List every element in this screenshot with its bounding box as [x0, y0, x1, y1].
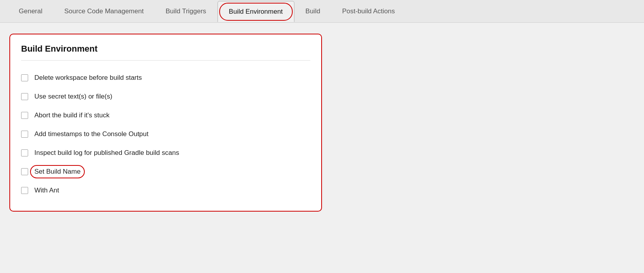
checkbox-label-with-ant: With Ant	[34, 187, 59, 194]
checkbox-set-build-name[interactable]	[21, 168, 28, 175]
checkbox-use-secret[interactable]	[21, 93, 28, 100]
tab-bar: GeneralSource Code ManagementBuild Trigg…	[0, 0, 644, 23]
checkbox-delete-workspace[interactable]	[21, 74, 28, 81]
checkbox-inspect-gradle[interactable]	[21, 149, 28, 156]
section-box: Build Environment Delete workspace befor…	[9, 34, 322, 212]
tab-build-triggers[interactable]: Build Triggers	[155, 1, 217, 22]
tab-build-environment[interactable]: Build Environment	[217, 1, 295, 22]
checkbox-label-add-timestamps: Add timestamps to the Console Output	[34, 130, 148, 138]
checkbox-item-use-secret: Use secret text(s) or file(s)	[21, 87, 310, 106]
tab-build[interactable]: Build	[295, 1, 331, 22]
checkbox-abort-stuck[interactable]	[21, 112, 28, 119]
tab-source-code-management[interactable]: Source Code Management	[53, 1, 154, 22]
checkbox-label-delete-workspace: Delete workspace before build starts	[34, 74, 142, 82]
section-title: Build Environment	[21, 44, 310, 61]
checkbox-list: Delete workspace before build startsUse …	[21, 68, 310, 200]
checkbox-item-delete-workspace: Delete workspace before build starts	[21, 68, 310, 87]
checkbox-item-set-build-name: Set Build Name	[21, 162, 310, 181]
checkbox-item-inspect-gradle: Inspect build log for published Gradle b…	[21, 144, 310, 162]
checkbox-item-abort-stuck: Abort the build if it's stuck	[21, 106, 310, 125]
checkbox-label-inspect-gradle: Inspect build log for published Gradle b…	[34, 149, 179, 157]
tab-general[interactable]: General	[8, 1, 53, 22]
tab-post-build-actions[interactable]: Post-build Actions	[331, 1, 406, 22]
checkbox-label-abort-stuck: Abort the build if it's stuck	[34, 111, 109, 119]
main-content: Build Environment Delete workspace befor…	[0, 23, 644, 223]
checkbox-add-timestamps[interactable]	[21, 131, 28, 138]
set-build-name-highlight: Set Build Name	[34, 168, 80, 176]
checkbox-with-ant[interactable]	[21, 187, 28, 194]
checkbox-label-use-secret: Use secret text(s) or file(s)	[34, 93, 112, 101]
checkbox-item-add-timestamps: Add timestamps to the Console Output	[21, 125, 310, 144]
set-build-name-label: Set Build Name	[34, 168, 80, 176]
checkbox-item-with-ant: With Ant	[21, 181, 310, 200]
